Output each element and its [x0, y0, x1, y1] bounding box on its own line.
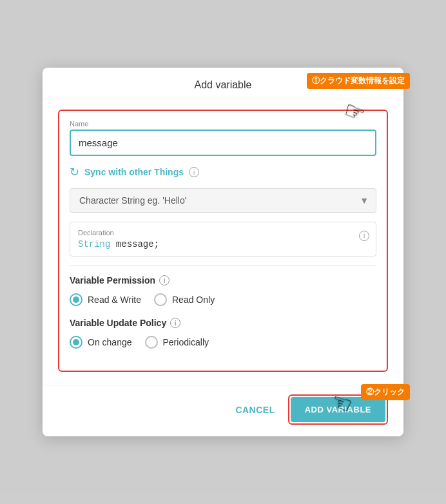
declaration-var: message; [116, 239, 159, 249]
periodically-radio[interactable] [145, 336, 158, 349]
periodically-option[interactable]: Periodically [145, 336, 209, 349]
read-only-option[interactable]: Read Only [154, 293, 215, 306]
declaration-box: Declaration String message; i [70, 222, 376, 257]
info-icon-permission: i [159, 275, 170, 286]
read-write-option[interactable]: Read & Write [70, 293, 141, 306]
read-only-label: Read Only [172, 295, 215, 305]
on-change-label: On change [88, 337, 132, 347]
annotation-1: ①クラウド変数情報を設定 [307, 73, 410, 89]
read-only-radio[interactable] [154, 293, 167, 306]
cancel-button[interactable]: CANCEL [235, 405, 275, 415]
read-write-label: Read & Write [88, 295, 141, 305]
name-label: Name [70, 120, 376, 128]
declaration-code: String message; [78, 239, 368, 249]
info-icon-sync: i [189, 167, 199, 177]
modal-title: Add variable [195, 79, 252, 91]
on-change-option[interactable]: On change [70, 336, 132, 349]
sync-row: ↻ Sync with other Things i [70, 165, 376, 179]
type-select-wrapper: Character String eg. 'Hello' ▼ [70, 188, 376, 213]
modal-body: Name ↻ Sync with other Things i Characte… [43, 99, 403, 385]
permission-radio-group: Read & Write Read Only [70, 293, 376, 306]
on-change-radio[interactable] [70, 336, 82, 349]
red-border-box: Name ↻ Sync with other Things i Characte… [58, 110, 388, 372]
read-write-radio[interactable] [70, 293, 82, 306]
annotation-2: ②クリック [361, 384, 410, 400]
declaration-info-icon: i [359, 229, 369, 241]
type-keyword: String [78, 239, 110, 249]
modal: ①クラウド変数情報を設定 ☞ ②クリック ☞ Add variable × Na… [43, 68, 403, 436]
declaration-label: Declaration [78, 229, 368, 237]
info-icon-declaration: i [359, 231, 369, 241]
update-radio-group: On change Periodically [70, 336, 376, 349]
name-input[interactable] [70, 130, 376, 156]
type-select[interactable]: Character String eg. 'Hello' [70, 188, 376, 213]
divider [70, 266, 376, 266]
modal-overlay: ①クラウド変数情報を設定 ☞ ②クリック ☞ Add variable × Na… [0, 0, 446, 504]
sync-icon: ↻ [70, 165, 79, 179]
periodically-label: Periodically [163, 337, 209, 347]
info-icon-update: i [170, 318, 180, 328]
variable-update-title: Variable Update Policy i [70, 318, 376, 328]
sync-label: Sync with other Things [84, 167, 184, 177]
variable-permission-title: Variable Permission i [70, 275, 376, 286]
